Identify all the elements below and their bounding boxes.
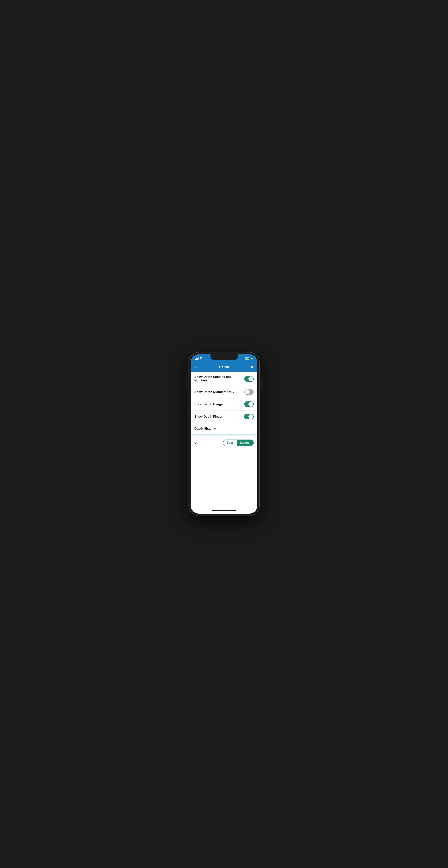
show-depth-numbers-only-toggle[interactable] — [244, 389, 254, 395]
section-divider — [191, 434, 257, 436]
phone-frame: ⚡ ← Depth ✕ Show Depth Shading and Numbe… — [189, 352, 260, 516]
notch — [210, 354, 238, 360]
unit-row: Unit Feet Meters — [191, 436, 257, 450]
show-depth-finder-row[interactable]: Show Depth Finder — [191, 410, 257, 423]
toggle-knob — [248, 376, 253, 381]
show-depth-gauge-label: Show Depth Gauge — [195, 403, 223, 406]
home-indicator-area — [191, 507, 257, 514]
show-depth-numbers-only-row[interactable]: Show Depth Numbers Only — [191, 386, 257, 398]
toggle-knob — [245, 390, 249, 394]
settings-list: Show Depth Shading and Numbers Show Dept… — [191, 372, 257, 434]
power-button[interactable] — [261, 378, 262, 390]
volume-up-button[interactable] — [186, 374, 187, 381]
back-button[interactable]: ← — [195, 365, 202, 370]
depth-shading-label: Depth Shading — [195, 427, 216, 430]
phone-screen: ⚡ ← Depth ✕ Show Depth Shading and Numbe… — [191, 354, 257, 514]
toggle-knob — [248, 414, 253, 419]
show-depth-numbers-only-label: Show Depth Numbers Only — [195, 390, 234, 394]
unit-selector[interactable]: Feet Meters — [223, 439, 253, 446]
signal-icon — [195, 357, 199, 360]
page-title: Depth — [219, 365, 229, 369]
show-depth-shading-numbers-toggle[interactable] — [244, 376, 254, 382]
show-depth-finder-label: Show Depth Finder — [195, 415, 222, 418]
show-depth-gauge-toggle[interactable] — [244, 401, 254, 407]
show-depth-shading-numbers-label: Show Depth Shading and Numbers — [195, 375, 244, 382]
toggle-knob — [248, 402, 253, 407]
home-indicator — [212, 510, 236, 511]
show-depth-finder-toggle[interactable] — [244, 414, 254, 420]
chevron-right-icon: › — [252, 427, 254, 430]
unit-feet-option[interactable]: Feet — [223, 440, 237, 446]
status-right: ⚡ — [245, 357, 253, 360]
nav-header: ← Depth ✕ — [191, 363, 257, 372]
content-empty — [191, 450, 257, 507]
show-depth-gauge-row[interactable]: Show Depth Gauge — [191, 398, 257, 410]
unit-meters-option[interactable]: Meters — [237, 440, 253, 446]
volume-down-button[interactable] — [186, 383, 187, 390]
charging-icon: ⚡ — [251, 358, 253, 360]
show-depth-shading-numbers-row[interactable]: Show Depth Shading and Numbers — [191, 372, 257, 386]
status-bar: ⚡ — [191, 354, 257, 363]
unit-label: Unit — [195, 441, 201, 445]
close-button[interactable]: ✕ — [246, 365, 253, 369]
depth-shading-row[interactable]: Depth Shading › — [191, 423, 257, 434]
battery-icon: ⚡ — [245, 357, 253, 360]
status-left — [195, 357, 203, 360]
wifi-icon — [200, 357, 203, 360]
